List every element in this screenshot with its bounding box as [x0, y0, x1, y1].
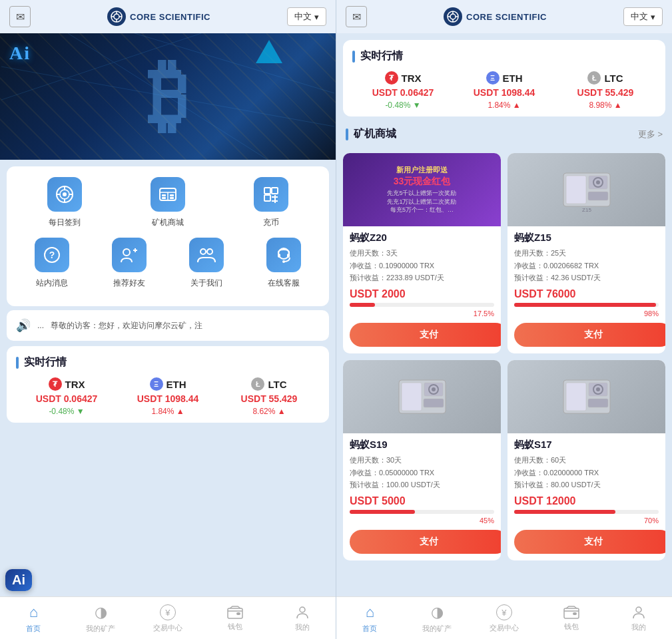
- z20-progress-label: 17.5%: [350, 310, 494, 318]
- miner-card-m4: 蚂蚁S17 使用天数：60天 净收益：0.02000000 TRX 预计收益：8…: [507, 360, 665, 560]
- right-mail-button[interactable]: ✉: [346, 6, 367, 27]
- m4-progress-container: 70%: [507, 510, 665, 525]
- left-nav-mining[interactable]: ◑ 我的矿产: [67, 604, 135, 634]
- left-bottom-nav: ⌂ 首页 ◑ 我的矿产 ¥ 交易中心 钱包 我的: [0, 596, 336, 639]
- z20-name: 蚂蚁Z20: [350, 232, 494, 244]
- right-mining-icon: ◑: [431, 604, 444, 621]
- z15-progress-fill: [514, 303, 656, 307]
- service-item[interactable]: 在线客服: [266, 238, 301, 289]
- miner-shop-item[interactable]: 矿机商城: [151, 177, 185, 228]
- left-logo: CORE SCIENTIFIC: [107, 7, 210, 26]
- m4-progress-label: 70%: [514, 517, 659, 525]
- miner-grid: 新用户注册即送 33元现金红包 先充5千以上赠第一次奖励先充1万以上赠第二次奖励…: [343, 153, 665, 560]
- recharge-item[interactable]: 充币: [254, 177, 288, 228]
- right-lang-selector[interactable]: 中文 ▾: [623, 7, 663, 26]
- z15-name: 蚂蚁Z15: [514, 232, 659, 244]
- miner-card-m3: 蚂蚁S19 使用天数：30天 净收益：0.05000000 TRX 预计收益：1…: [343, 360, 501, 560]
- right-nav-mining[interactable]: ◑ 我的矿产: [404, 604, 471, 634]
- left-market-grid: ₮ TRX USDT 0.06427 -0.48% ▼ Ξ ETH USDT 1…: [16, 377, 320, 416]
- right-ltc-change: 8.98% ▲: [589, 101, 621, 110]
- svg-point-32: [123, 249, 130, 256]
- right-nav-profile[interactable]: 我的: [605, 605, 672, 632]
- messages-svg: ?: [43, 246, 61, 264]
- m4-pay-button[interactable]: 支付: [514, 530, 665, 554]
- svg-rect-62: [424, 399, 444, 407]
- right-logo-text: CORE SCIENTIFIC: [466, 12, 547, 22]
- right-nav-wallet[interactable]: 钱包: [537, 606, 605, 632]
- left-nav-trade[interactable]: ¥ 交易中心: [135, 604, 202, 633]
- right-section-bar: [352, 51, 355, 63]
- m4-progress-bg: [514, 510, 659, 514]
- right-trade-icon: ¥: [496, 604, 512, 620]
- m3-pay-button[interactable]: 支付: [350, 530, 501, 554]
- z15-progress-bg: [514, 303, 659, 307]
- daily-checkin-label: 每日签到: [49, 217, 81, 228]
- left-nav-profile[interactable]: 我的: [268, 605, 336, 632]
- m3-body: 蚂蚁S19 使用天数：30天 净收益：0.05000000 TRX 预计收益：1…: [343, 433, 501, 507]
- m3-progress-fill: [350, 510, 415, 514]
- notice-text: ... 尊敬的访客：您好，欢迎访问摩尔云矿，注: [37, 320, 320, 331]
- svg-line-9: [1, 33, 201, 100]
- notice-dots: ...: [37, 321, 44, 330]
- home-label: 首页: [26, 624, 41, 634]
- refer-item[interactable]: 推荐好友: [112, 238, 147, 289]
- left-nav-home[interactable]: ⌂ 首页: [0, 604, 67, 634]
- right-market-title: 实时行情: [360, 49, 403, 63]
- left-eth-item: Ξ ETH USDT 1098.44 1.84% ▲: [117, 377, 218, 416]
- svg-rect-20: [162, 194, 166, 196]
- logo-emblem: [107, 7, 126, 26]
- core-scientific-logo-icon: [111, 11, 123, 23]
- eth-name: ETH: [167, 379, 186, 390]
- right-home-icon: ⌂: [366, 604, 374, 621]
- messages-icon: ?: [35, 238, 69, 272]
- left-lang-selector[interactable]: 中文 ▾: [287, 7, 326, 26]
- daily-checkin-item[interactable]: 每日签到: [47, 177, 82, 228]
- svg-text:Z15: Z15: [582, 207, 591, 213]
- left-nav-wallet[interactable]: 钱包: [201, 606, 268, 632]
- z15-pay-button[interactable]: 支付: [514, 323, 665, 347]
- left-header: ✉ CORE SCIENTIFIC 中文 ▾: [0, 0, 336, 33]
- svg-rect-25: [272, 188, 278, 194]
- ai-badge: Ai: [5, 569, 32, 591]
- wallet-icon: [227, 606, 243, 619]
- right-more-link[interactable]: 更多 >: [638, 128, 663, 140]
- z15-machine-svg: Z15: [557, 163, 617, 216]
- right-nav-home[interactable]: ⌂ 首页: [336, 604, 404, 634]
- right-scroll-area: 实时行情 ₮ TRX USDT 0.06427 -0.48% ▼ Ξ ETH: [336, 33, 672, 596]
- m3-progress-label: 45%: [350, 517, 494, 525]
- quick-actions-row1: 每日签到 矿机商城: [13, 177, 322, 228]
- ltc-price: USDT 55.429: [241, 393, 298, 404]
- svg-point-54: [596, 180, 600, 184]
- right-trx-price: USDT 0.06427: [372, 87, 434, 98]
- mining-label: 我的矿产: [86, 624, 115, 634]
- svg-rect-68: [588, 399, 608, 407]
- z20-pay-button[interactable]: 支付: [350, 323, 501, 347]
- right-market-grid: ₮ TRX USDT 0.06427 -0.48% ▼ Ξ ETH USDT 1…: [352, 71, 656, 110]
- right-wallet-label: 钱包: [564, 622, 579, 632]
- right-mining-label: 我的矿产: [422, 624, 452, 634]
- about-label: 关于我们: [190, 278, 222, 289]
- svg-point-12: [63, 192, 67, 196]
- right-ltc-icon: Ł: [587, 71, 601, 85]
- promo-amount: 33元现金红包: [394, 176, 451, 188]
- eth-change: 1.84% ▲: [151, 407, 184, 416]
- network-svg: [0, 33, 336, 160]
- profile-label: 我的: [295, 622, 310, 632]
- m4-body: 蚂蚁S17 使用天数：60天 净收益：0.02000000 TRX 预计收益：8…: [507, 433, 665, 507]
- right-eth-icon: Ξ: [486, 71, 500, 85]
- left-market-section: 实时行情 ₮ TRX USDT 0.06427 -0.48% ▼ Ξ ETH U…: [7, 346, 329, 423]
- refer-label: 推荐好友: [113, 278, 145, 289]
- messages-item[interactable]: ? 站内消息: [35, 238, 69, 289]
- about-item[interactable]: 关于我们: [189, 238, 224, 289]
- right-home-label: 首页: [362, 624, 377, 634]
- checkin-svg: [55, 185, 74, 204]
- left-mail-button[interactable]: ✉: [9, 6, 31, 27]
- trx-name: TRX: [65, 379, 85, 390]
- m3-machine-image: [343, 360, 501, 433]
- z15-progress-container: 98%: [507, 303, 665, 318]
- right-nav-trade[interactable]: ¥ 交易中心: [471, 604, 538, 633]
- z20-price: USDT 2000: [350, 288, 494, 300]
- right-miner-bar: [346, 128, 348, 140]
- m3-price: USDT 5000: [350, 495, 494, 507]
- eth-coin: Ξ ETH: [150, 377, 186, 391]
